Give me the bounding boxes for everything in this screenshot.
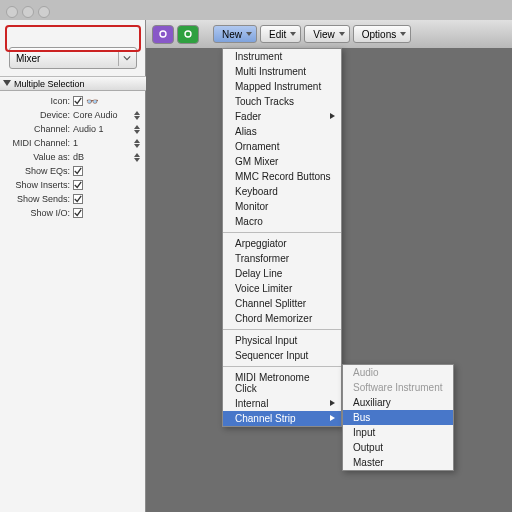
menu-label: New — [222, 29, 242, 40]
menu-item[interactable]: Delay Line — [223, 266, 341, 281]
disclosure-triangle-icon[interactable] — [3, 80, 11, 86]
new-menu-dropdown[interactable]: InstrumentMulti InstrumentMapped Instrum… — [222, 48, 342, 427]
close-icon[interactable] — [6, 6, 18, 18]
param-value[interactable]: Core Audio — [73, 110, 146, 120]
stepper[interactable] — [134, 111, 142, 120]
channel-strip-submenu[interactable]: AudioSoftware InstrumentAuxiliaryBusInpu… — [342, 364, 454, 471]
menu-new[interactable]: New — [213, 25, 257, 43]
param-label: Show I/O: — [0, 208, 73, 218]
param-row: Device:Core Audio — [0, 108, 146, 122]
param-label: Device: — [0, 110, 73, 120]
menu-item[interactable]: Fader — [223, 109, 341, 124]
chevron-down-icon[interactable] — [118, 50, 134, 66]
param-text: Audio 1 — [73, 124, 104, 134]
menu-edit[interactable]: Edit — [260, 25, 301, 43]
chevron-down-icon — [246, 32, 252, 36]
stepper[interactable] — [134, 153, 142, 162]
menu-item[interactable]: Sequencer Input — [223, 348, 341, 363]
menu-label: View — [313, 29, 335, 40]
section-header-multiple-selection[interactable]: Multiple Selection — [0, 76, 146, 91]
param-row: Channel:Audio 1 — [0, 122, 146, 136]
checkbox[interactable] — [73, 208, 83, 218]
menu-item[interactable]: Alias — [223, 124, 341, 139]
param-label: Show EQs: — [0, 166, 73, 176]
menu-item[interactable]: Ornament — [223, 139, 341, 154]
menu-item[interactable]: Macro — [223, 214, 341, 229]
param-label: Channel: — [0, 124, 73, 134]
menu-item[interactable]: MMC Record Buttons — [223, 169, 341, 184]
submenu-item[interactable]: Auxiliary — [343, 395, 453, 410]
parameter-list: Icon:👓Device:Core AudioChannel:Audio 1MI… — [0, 94, 146, 220]
submenu-item[interactable]: Bus — [343, 410, 453, 425]
param-value[interactable]: 1 — [73, 138, 146, 148]
param-value[interactable] — [73, 180, 146, 190]
param-row: Icon:👓 — [0, 94, 146, 108]
menu-label: Options — [362, 29, 396, 40]
section-title: Multiple Selection — [14, 79, 85, 89]
param-value[interactable]: Audio 1 — [73, 124, 146, 134]
menu-item[interactable]: Voice Limiter — [223, 281, 341, 296]
menu-separator — [223, 366, 341, 367]
menu-item[interactable]: Chord Memorizer — [223, 311, 341, 326]
param-row: Show I/O: — [0, 206, 146, 220]
checkbox[interactable] — [73, 180, 83, 190]
param-row: MIDI Channel:1 — [0, 136, 146, 150]
param-row: Show Inserts: — [0, 178, 146, 192]
menu-item[interactable]: Mapped Instrument — [223, 79, 341, 94]
param-value[interactable] — [73, 208, 146, 218]
menu-item[interactable]: Channel Splitter — [223, 296, 341, 311]
checkbox[interactable] — [73, 166, 83, 176]
menu-item[interactable]: Physical Input — [223, 333, 341, 348]
menu-item[interactable]: Internal — [223, 396, 341, 411]
param-text: dB — [73, 152, 84, 162]
submenu-item[interactable]: Output — [343, 440, 453, 455]
chevron-down-icon — [400, 32, 406, 36]
checkbox[interactable] — [73, 96, 83, 106]
menu-item[interactable]: Monitor — [223, 199, 341, 214]
param-value[interactable]: dB — [73, 152, 146, 162]
menu-item[interactable]: Instrument — [223, 49, 341, 64]
object-type-select[interactable]: Mixer — [9, 47, 137, 69]
stepper[interactable] — [134, 125, 142, 134]
stepper[interactable] — [134, 139, 142, 148]
param-text: Core Audio — [73, 110, 118, 120]
param-label: Show Inserts: — [0, 180, 73, 190]
object-type-value: Mixer — [16, 53, 40, 64]
svg-point-0 — [160, 31, 166, 37]
submenu-item[interactable]: Input — [343, 425, 453, 440]
menu-item[interactable]: Touch Tracks — [223, 94, 341, 109]
param-label: Show Sends: — [0, 194, 73, 204]
menu-item[interactable]: MIDI Metronome Click — [223, 370, 341, 396]
menu-item[interactable]: Arpeggiator — [223, 236, 341, 251]
minimize-icon[interactable] — [22, 6, 34, 18]
param-value[interactable] — [73, 166, 146, 176]
checkbox[interactable] — [73, 194, 83, 204]
glasses-icon: 👓 — [86, 96, 98, 107]
chevron-down-icon — [339, 32, 345, 36]
param-row: Show EQs: — [0, 164, 146, 178]
menu-options[interactable]: Options — [353, 25, 411, 43]
window-traffic-lights[interactable] — [6, 6, 50, 18]
submenu-item: Audio — [343, 365, 453, 380]
param-label: MIDI Channel: — [0, 138, 73, 148]
param-text: 1 — [73, 138, 78, 148]
menu-separator — [223, 329, 341, 330]
param-label: Icon: — [0, 96, 73, 106]
menu-item[interactable]: Multi Instrument — [223, 64, 341, 79]
chevron-down-icon — [290, 32, 296, 36]
menu-item[interactable]: Keyboard — [223, 184, 341, 199]
toolbar: NewEditViewOptions — [146, 20, 512, 49]
menu-item[interactable]: Transformer — [223, 251, 341, 266]
param-value[interactable]: 👓 — [73, 96, 146, 107]
param-row: Show Sends: — [0, 192, 146, 206]
menu-view[interactable]: View — [304, 25, 350, 43]
zoom-icon[interactable] — [38, 6, 50, 18]
link-icon[interactable] — [152, 25, 174, 44]
cycle-icon[interactable] — [177, 25, 199, 44]
menu-item[interactable]: Channel Strip — [223, 411, 341, 426]
param-label: Value as: — [0, 152, 73, 162]
param-value[interactable] — [73, 194, 146, 204]
menu-item[interactable]: GM Mixer — [223, 154, 341, 169]
svg-point-1 — [185, 31, 191, 37]
submenu-item[interactable]: Master — [343, 455, 453, 470]
